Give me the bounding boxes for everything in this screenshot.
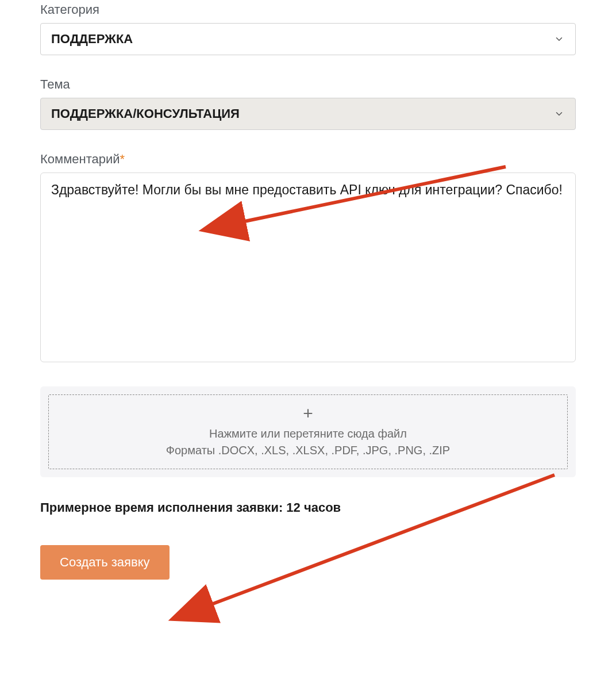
dropzone-container: + Нажмите или перетяните сюда файл Форма… <box>40 386 576 477</box>
dropzone-text: Нажмите или перетяните сюда файл Форматы… <box>166 425 450 459</box>
comment-field: Комментарий* <box>40 152 576 365</box>
category-select[interactable]: ПОДДЕРЖКА <box>40 23 576 55</box>
submit-button[interactable]: Создать заявку <box>40 545 170 580</box>
ticket-form: Категория ПОДДЕРЖКА Тема ПОДДЕРЖКА/КОНСУ… <box>40 0 576 580</box>
dropzone-line1: Нажмите или перетяните сюда файл <box>166 425 450 442</box>
topic-value: ПОДДЕРЖКА/КОНСУЛЬТАЦИЯ <box>51 106 240 121</box>
plus-icon: + <box>303 405 313 422</box>
required-mark: * <box>120 152 125 166</box>
topic-field: Тема ПОДДЕРЖКА/КОНСУЛЬТАЦИЯ <box>40 77 576 130</box>
topic-label: Тема <box>40 77 576 92</box>
comment-label: Комментарий* <box>40 152 576 167</box>
eta-text: Примерное время исполнения заявки: 12 ча… <box>40 500 576 515</box>
eta-prefix: Примерное время исполнения заявки: <box>40 500 286 515</box>
chevron-down-icon <box>553 108 565 120</box>
dropzone-line2: Форматы .DOCX, .XLS, .XLSX, .PDF, .JPG, … <box>166 442 450 459</box>
chevron-down-icon <box>553 33 565 45</box>
category-value: ПОДДЕРЖКА <box>51 32 133 47</box>
topic-select[interactable]: ПОДДЕРЖКА/КОНСУЛЬТАЦИЯ <box>40 98 576 130</box>
file-dropzone[interactable]: + Нажмите или перетяните сюда файл Форма… <box>48 394 568 469</box>
category-field: Категория ПОДДЕРЖКА <box>40 2 576 55</box>
category-label: Категория <box>40 2 576 17</box>
eta-duration: 12 часов <box>286 500 341 515</box>
comment-input[interactable] <box>40 172 576 362</box>
comment-label-text: Комментарий <box>40 152 120 166</box>
